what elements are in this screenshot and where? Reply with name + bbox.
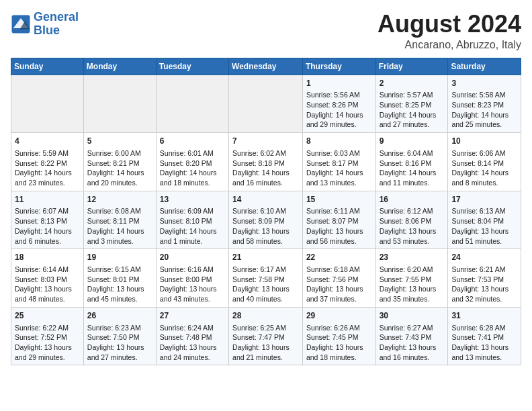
logo-text: General Blue [34,11,79,38]
logo: General Blue [11,11,79,38]
day-detail: Sunrise: 6:04 AM Sunset: 8:16 PM Dayligh… [380,148,445,188]
day-number: 17 [451,194,517,205]
day-detail: Sunrise: 6:21 AM Sunset: 7:53 PM Dayligh… [451,265,517,304]
day-header-wednesday: Wednesday [229,58,303,75]
day-number: 9 [380,136,445,147]
day-cell: 29Sunrise: 6:26 AM Sunset: 7:45 PM Dayli… [302,307,375,365]
day-cell: 27Sunrise: 6:24 AM Sunset: 7:48 PM Dayli… [156,307,228,365]
day-cell: 26Sunrise: 6:23 AM Sunset: 7:50 PM Dayli… [83,307,156,365]
day-number: 31 [451,310,517,322]
day-number: 7 [232,136,299,147]
day-detail: Sunrise: 6:16 AM Sunset: 8:00 PM Dayligh… [160,265,225,304]
day-number: 19 [87,252,152,263]
day-header-saturday: Saturday [448,58,521,75]
day-cell: 7Sunrise: 6:02 AM Sunset: 8:18 PM Daylig… [229,133,303,191]
day-cell [83,75,156,133]
header: General Blue August 2024 Ancarano, Abruz… [11,11,521,51]
day-number: 28 [232,310,299,322]
day-detail: Sunrise: 6:08 AM Sunset: 8:11 PM Dayligh… [87,206,152,246]
day-detail: Sunrise: 5:59 AM Sunset: 8:22 PM Dayligh… [15,148,80,188]
day-cell: 31Sunrise: 6:28 AM Sunset: 7:41 PM Dayli… [448,307,521,365]
calendar-table: SundayMondayTuesdayWednesdayThursdayFrid… [11,58,521,366]
day-cell: 13Sunrise: 6:09 AM Sunset: 8:10 PM Dayli… [156,191,228,249]
day-cell: 5Sunrise: 6:00 AM Sunset: 8:21 PM Daylig… [83,133,156,191]
title-area: August 2024 Ancarano, Abruzzo, Italy [378,11,521,51]
day-number: 29 [306,310,372,322]
day-detail: Sunrise: 6:23 AM Sunset: 7:50 PM Dayligh… [87,323,152,363]
day-detail: Sunrise: 6:13 AM Sunset: 8:04 PM Dayligh… [451,206,517,246]
location: Ancarano, Abruzzo, Italy [378,39,521,51]
day-header-monday: Monday [83,58,156,75]
day-cell: 15Sunrise: 6:11 AM Sunset: 8:07 PM Dayli… [302,191,375,249]
day-detail: Sunrise: 6:15 AM Sunset: 8:01 PM Dayligh… [87,265,152,304]
week-row-4: 18Sunrise: 6:14 AM Sunset: 8:03 PM Dayli… [11,249,521,308]
day-cell: 10Sunrise: 6:06 AM Sunset: 8:14 PM Dayli… [448,133,521,191]
week-row-5: 25Sunrise: 6:22 AM Sunset: 7:52 PM Dayli… [11,307,521,365]
day-cell: 17Sunrise: 6:13 AM Sunset: 8:04 PM Dayli… [448,191,521,249]
logo-line1: General [34,10,79,24]
day-number: 14 [232,194,299,205]
day-number: 6 [160,136,225,147]
day-cell: 11Sunrise: 6:07 AM Sunset: 8:13 PM Dayli… [11,191,84,249]
day-detail: Sunrise: 6:07 AM Sunset: 8:13 PM Dayligh… [15,206,80,246]
day-detail: Sunrise: 6:26 AM Sunset: 7:45 PM Dayligh… [306,323,372,363]
day-number: 4 [15,136,80,147]
day-header-tuesday: Tuesday [156,58,228,75]
day-number: 13 [160,194,225,205]
day-number: 30 [380,310,445,322]
day-cell: 28Sunrise: 6:25 AM Sunset: 7:47 PM Dayli… [229,307,303,365]
day-cell: 21Sunrise: 6:17 AM Sunset: 7:58 PM Dayli… [229,249,303,308]
day-cell: 19Sunrise: 6:15 AM Sunset: 8:01 PM Dayli… [83,249,156,308]
day-number: 2 [380,78,445,89]
day-number: 10 [451,136,517,147]
day-cell: 23Sunrise: 6:20 AM Sunset: 7:55 PM Dayli… [375,249,448,308]
day-detail: Sunrise: 5:57 AM Sunset: 8:25 PM Dayligh… [380,90,445,130]
day-detail: Sunrise: 6:10 AM Sunset: 8:09 PM Dayligh… [232,206,299,246]
month-title: August 2024 [378,11,521,38]
day-cell: 18Sunrise: 6:14 AM Sunset: 8:03 PM Dayli… [11,249,84,308]
day-cell: 16Sunrise: 6:12 AM Sunset: 8:06 PM Dayli… [375,191,448,249]
day-number: 18 [15,252,80,263]
day-header-friday: Friday [375,58,448,75]
day-number: 27 [160,310,225,322]
day-number: 26 [87,310,152,322]
day-number: 24 [451,252,517,263]
day-detail: Sunrise: 6:14 AM Sunset: 8:03 PM Dayligh… [15,265,80,304]
week-row-3: 11Sunrise: 6:07 AM Sunset: 8:13 PM Dayli… [11,191,521,249]
day-detail: Sunrise: 6:03 AM Sunset: 8:17 PM Dayligh… [306,148,372,188]
week-row-1: 1Sunrise: 5:56 AM Sunset: 8:26 PM Daylig… [11,75,521,133]
day-detail: Sunrise: 6:09 AM Sunset: 8:10 PM Dayligh… [160,206,225,246]
day-number: 11 [15,194,80,205]
day-cell: 22Sunrise: 6:18 AM Sunset: 7:56 PM Dayli… [302,249,375,308]
logo-icon [11,14,31,34]
day-number: 15 [306,194,372,205]
day-header-sunday: Sunday [11,58,84,75]
day-cell: 2Sunrise: 5:57 AM Sunset: 8:25 PM Daylig… [375,75,448,133]
day-cell: 4Sunrise: 5:59 AM Sunset: 8:22 PM Daylig… [11,133,84,191]
day-header-thursday: Thursday [302,58,375,75]
day-number: 8 [306,136,372,147]
day-detail: Sunrise: 6:24 AM Sunset: 7:48 PM Dayligh… [160,323,225,363]
day-detail: Sunrise: 6:06 AM Sunset: 8:14 PM Dayligh… [451,148,517,188]
logo-line2: Blue [34,24,60,37]
day-detail: Sunrise: 6:01 AM Sunset: 8:20 PM Dayligh… [160,148,225,188]
day-cell: 3Sunrise: 5:58 AM Sunset: 8:23 PM Daylig… [448,75,521,133]
day-detail: Sunrise: 6:28 AM Sunset: 7:41 PM Dayligh… [451,323,517,363]
day-cell: 8Sunrise: 6:03 AM Sunset: 8:17 PM Daylig… [302,133,375,191]
day-detail: Sunrise: 6:17 AM Sunset: 7:58 PM Dayligh… [232,265,299,304]
page: General Blue August 2024 Ancarano, Abruz… [0,0,532,372]
day-number: 23 [380,252,445,263]
day-cell: 12Sunrise: 6:08 AM Sunset: 8:11 PM Dayli… [83,191,156,249]
day-number: 12 [87,194,152,205]
day-cell: 14Sunrise: 6:10 AM Sunset: 8:09 PM Dayli… [229,191,303,249]
day-cell: 1Sunrise: 5:56 AM Sunset: 8:26 PM Daylig… [302,75,375,133]
day-cell [156,75,228,133]
day-cell: 30Sunrise: 6:27 AM Sunset: 7:43 PM Dayli… [375,307,448,365]
day-number: 25 [15,310,80,322]
day-cell [11,75,84,133]
day-detail: Sunrise: 6:27 AM Sunset: 7:43 PM Dayligh… [380,323,445,363]
day-cell [229,75,303,133]
week-row-2: 4Sunrise: 5:59 AM Sunset: 8:22 PM Daylig… [11,133,521,191]
day-detail: Sunrise: 6:12 AM Sunset: 8:06 PM Dayligh… [380,206,445,246]
day-number: 3 [451,78,517,89]
